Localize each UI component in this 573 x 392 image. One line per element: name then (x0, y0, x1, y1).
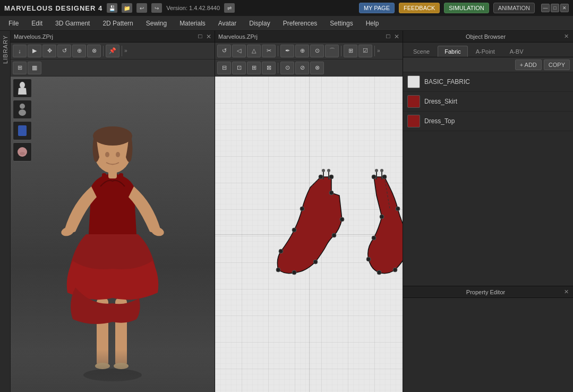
svg-point-27 (276, 268, 280, 272)
feedback-button[interactable]: FEEDBACK (399, 3, 440, 13)
my-page-button[interactable]: MY PAGE (359, 3, 395, 13)
2d-tool-grid[interactable]: ⊞ (344, 45, 357, 57)
3d-tool-select[interactable]: ↓ (13, 45, 27, 57)
redo-icon[interactable]: ↪ (151, 3, 162, 13)
2d-sew-3[interactable]: ⊞ (247, 62, 261, 74)
obj-tab-scene[interactable]: Scene (406, 46, 437, 57)
thumb-dress[interactable] (13, 79, 32, 98)
2d-sew-1[interactable]: ⊟ (217, 62, 231, 74)
menu-item-file[interactable]: File (2, 18, 25, 29)
simulation-button[interactable]: SIMULATION (444, 3, 489, 13)
3d-toolbar-sep2 (122, 46, 122, 56)
obj-tab-fabric[interactable]: Fabric (438, 46, 468, 57)
3d-tool-play[interactable]: ▶ (28, 45, 41, 57)
svg-point-24 (332, 233, 336, 237)
2d-tool-pen[interactable]: ✒ (280, 45, 294, 57)
menu-item-display[interactable]: Display (243, 18, 276, 29)
fabric-name: BASIC_FABRIC (424, 78, 470, 86)
2d-sew-2[interactable]: ⊡ (232, 62, 246, 74)
panel-3d-toolbar1: ↓ ▶ ✥ ↺ ⊕ ⊗ 📌 » (11, 42, 215, 59)
svg-point-25 (313, 260, 318, 264)
panel-2d: Marvelous.ZPrj ⧠ ✕ ↺ ◁ △ ✂ ✒ ⊕ ⊙ ⌒ ⊞ ☑ »… (215, 31, 403, 392)
fabric-swatch (407, 75, 420, 88)
3d-tool-move[interactable]: ✥ (42, 45, 56, 57)
2d-tool-check[interactable]: ☑ (358, 45, 372, 57)
2d-tool-back[interactable]: ◁ (232, 45, 246, 57)
2d-snap-3[interactable]: ⊗ (310, 62, 324, 74)
add-fabric-button[interactable]: + ADD (515, 59, 542, 70)
2d-snap-1[interactable]: ⊙ (280, 62, 294, 74)
minimize-button[interactable]: — (541, 4, 550, 12)
fabric-item-dress_top[interactable]: Dress_Top (403, 112, 573, 131)
menu-item-sewing[interactable]: Sewing (140, 18, 173, 29)
menu-item-edit[interactable]: Edit (25, 18, 49, 29)
3d-toolbar-sep1 (103, 46, 104, 56)
menu-item-preferences[interactable]: Preferences (277, 18, 324, 29)
2d-tool-circle[interactable]: ⊙ (310, 45, 324, 57)
panel-2d-toolbar2: ⊟ ⊡ ⊞ ⊠ ⊙ ⊘ ⊗ (215, 59, 403, 76)
3d-toolbar-more[interactable]: » (124, 48, 127, 54)
thumb-garment[interactable] (13, 121, 32, 140)
svg-point-17 (93, 126, 132, 146)
fabric-name: Dress_Skirt (424, 98, 457, 105)
object-browser-close[interactable]: ✕ (564, 33, 569, 40)
2d-tool-select[interactable]: △ (247, 45, 261, 57)
2d-tool-cut[interactable]: ✂ (262, 45, 276, 57)
fabric-item-basic_fabric[interactable]: BASIC_FABRIC (403, 72, 573, 92)
svg-point-19 (116, 152, 120, 157)
thumb-avatar[interactable] (13, 100, 32, 119)
obj-tab-a-point[interactable]: A-Point (469, 46, 502, 57)
svg-point-43 (372, 236, 376, 240)
viewport-2d[interactable] (215, 76, 403, 392)
obj-tab-a-bv[interactable]: A-BV (503, 46, 531, 57)
restore-button[interactable]: □ (551, 4, 559, 12)
svg-point-29 (292, 228, 296, 232)
copy-fabric-button[interactable]: COPY (544, 59, 570, 70)
panel-2d-expand[interactable]: ⧠ (386, 33, 391, 39)
svg-point-32 (322, 169, 325, 172)
undo-icon[interactable]: ↩ (136, 3, 147, 13)
property-editor-close[interactable]: ✕ (564, 288, 569, 295)
menu-item-avatar[interactable]: Avatar (212, 18, 243, 29)
2d-tool-curve[interactable]: ⌒ (325, 45, 339, 57)
3d-view-solid[interactable]: ▦ (28, 62, 41, 74)
menu-bar: FileEdit3D Garment2D PatternSewingMateri… (0, 16, 573, 31)
save-icon[interactable]: 💾 (107, 3, 117, 13)
avatar-3d (44, 80, 182, 388)
3d-view-wire[interactable]: ⊞ (13, 62, 27, 74)
svg-point-21 (329, 175, 333, 179)
sync-icon[interactable]: ⇌ (224, 3, 235, 13)
panel-2d-close[interactable]: ✕ (394, 33, 399, 40)
app-title: MARVELOUS DESIGNER 4 (4, 4, 102, 12)
svg-point-34 (327, 169, 330, 172)
thumb-head[interactable] (13, 142, 32, 161)
svg-point-22 (329, 191, 333, 195)
property-editor-header: Property Editor ✕ (403, 286, 573, 298)
3d-tool-rotate[interactable]: ↺ (57, 45, 71, 57)
object-browser: Object Browser ✕ SceneFabricA-PointA-BV … (403, 31, 573, 286)
2d-tool-refresh[interactable]: ↺ (217, 45, 231, 57)
svg-point-23 (340, 217, 344, 221)
panel-3d-expand[interactable]: ⧠ (198, 33, 203, 39)
fabric-item-dress_skirt[interactable]: Dress_Skirt (403, 92, 573, 112)
3d-tool-scale[interactable]: ⊕ (72, 45, 86, 57)
menu-item-2d-pattern[interactable]: 2D Pattern (96, 18, 139, 29)
animation-button[interactable]: ANIMATION (493, 3, 535, 13)
menu-item-settings[interactable]: Settings (323, 18, 359, 29)
fabric-name: Dress_Top (424, 117, 455, 125)
2d-toolbar-more[interactable]: » (377, 48, 380, 54)
3d-tool-transform[interactable]: ⊗ (87, 45, 101, 57)
close-button[interactable]: ✕ (560, 4, 569, 12)
open-icon[interactable]: 📁 (122, 3, 132, 13)
2d-tool-rect[interactable]: ⊕ (295, 45, 309, 57)
2d-sew-4[interactable]: ⊠ (262, 62, 276, 74)
menu-item-help[interactable]: Help (360, 18, 386, 29)
version-text: Version: 1.4.42.8440 (166, 5, 220, 11)
3d-tool-pin[interactable]: 📌 (106, 45, 119, 57)
panel-2d-header: Marvelous.ZPrj ⧠ ✕ (215, 31, 403, 42)
menu-item-materials[interactable]: Materials (173, 18, 212, 29)
menu-item-3d-garment[interactable]: 3D Garment (49, 18, 96, 29)
2d-snap-2[interactable]: ⊘ (295, 62, 309, 74)
viewport-3d[interactable] (11, 76, 215, 392)
panel-3d-close[interactable]: ✕ (206, 33, 211, 40)
